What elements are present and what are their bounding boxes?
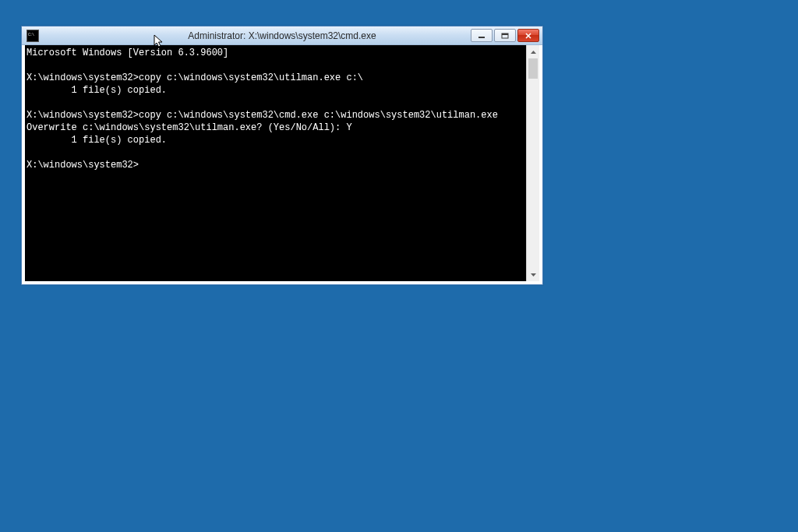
svg-rect-0 [478, 37, 485, 38]
titlebar[interactable]: Administrator: X:\windows\system32\cmd.e… [22, 26, 542, 45]
command-prompt-window: Administrator: X:\windows\system32\cmd.e… [21, 26, 543, 285]
close-button[interactable] [517, 29, 539, 42]
client-area: Microsoft Windows [Version 6.3.9600] X:\… [25, 45, 539, 281]
scroll-down-button[interactable] [527, 268, 539, 281]
scroll-thumb[interactable] [528, 58, 538, 79]
cmd-icon [26, 30, 39, 42]
chevron-down-icon [530, 273, 537, 277]
scroll-up-button[interactable] [527, 45, 539, 58]
maximize-icon [501, 33, 509, 39]
close-icon [524, 32, 533, 40]
chevron-up-icon [530, 50, 537, 55]
terminal-output[interactable]: Microsoft Windows [Version 6.3.9600] X:\… [25, 45, 526, 281]
window-title: Administrator: X:\windows\system32\cmd.e… [188, 30, 376, 41]
scroll-track[interactable] [527, 58, 539, 268]
minimize-icon [478, 33, 486, 39]
minimize-button[interactable] [471, 29, 493, 42]
vertical-scrollbar[interactable] [526, 45, 539, 281]
maximize-button[interactable] [494, 29, 516, 42]
window-controls [471, 29, 539, 42]
svg-rect-2 [502, 33, 508, 35]
